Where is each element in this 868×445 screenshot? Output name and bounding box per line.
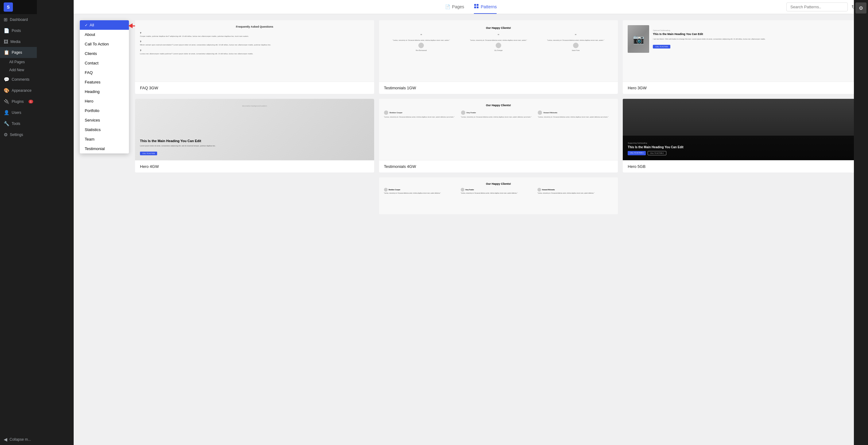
- pages-tab-icon: 📄: [445, 4, 450, 9]
- wp-logo: S: [4, 2, 13, 12]
- sidebar-subitem-all-pages[interactable]: All Pages: [0, 58, 37, 66]
- test4-title: Our Happy Clients!: [384, 104, 613, 107]
- patterns-tab-label: Patterns: [480, 4, 497, 9]
- settings-gear-button[interactable]: ⚙: [856, 2, 866, 13]
- patterns-tab-icon: [474, 4, 479, 9]
- check-icon: ✓: [85, 23, 88, 27]
- media-icon: 🖼: [4, 39, 8, 44]
- sidebar-item-appearance[interactable]: 🎨 Appearance: [0, 85, 37, 96]
- sidebar-item-label: Plugins: [12, 99, 24, 104]
- users-icon: 👤: [4, 110, 9, 116]
- comments-icon: 💬: [4, 77, 9, 82]
- avatar: [538, 110, 542, 115]
- patterns-grid: Frequently Asked Questions ? Corper matt…: [135, 20, 862, 439]
- test1-card: " "Lectus, nonummy et. Occascat delectus…: [538, 33, 613, 51]
- sidebar-item-comments[interactable]: 💬 Comments: [0, 74, 37, 85]
- hero3-cta-btn[interactable]: CALL TO ACTION: [653, 45, 670, 49]
- card-faq-3gw[interactable]: Frequently Asked Questions ? Corper matt…: [135, 20, 374, 94]
- sidebar-item-dashboard[interactable]: ⊞ Dashboard: [0, 14, 37, 25]
- hero5-cta2-btn[interactable]: CALL TO ACTION 2: [648, 151, 666, 155]
- collapse-icon: ◀: [4, 437, 7, 442]
- card-hero-4gw[interactable]: decorative background pattern This Is th…: [135, 99, 374, 172]
- card-hero-5gb[interactable]: Supporting Subheading This Is the Main H…: [623, 99, 862, 172]
- category-dropdown-container: ✓ All About Call To Action Clients Conta…: [80, 20, 129, 439]
- dropdown-item-hero[interactable]: Hero: [80, 96, 129, 106]
- hero5-cta1-btn[interactable]: CALL TO ACTION 1: [628, 151, 646, 155]
- dropdown-item-faq[interactable]: FAQ: [80, 68, 129, 77]
- dropdown-item-services[interactable]: Services: [80, 116, 129, 125]
- test1-card: " "Lectus, nonummy et. Occascat delectus…: [384, 33, 459, 51]
- modal-header: 📄 Pages Patterns ↻ ✕: [74, 0, 868, 14]
- dropdown-item-clients[interactable]: Clients: [80, 49, 129, 58]
- dropdown-item-statistics[interactable]: Statistics: [80, 125, 129, 134]
- sidebar-item-users[interactable]: 👤 Users: [0, 107, 37, 118]
- plugins-badge: 1: [29, 100, 33, 103]
- hero3-preview: 📷 Optional Subheading This Is the Main H…: [623, 20, 862, 82]
- test5-title: Our Happy Clients!: [384, 182, 613, 185]
- dropdown-item-heading[interactable]: Heading: [80, 87, 129, 96]
- dropdown-item-about[interactable]: About: [80, 30, 129, 39]
- dropdown-item-all[interactable]: ✓ All: [80, 20, 129, 30]
- patterns-modal: 📄 Pages Patterns ↻ ✕: [74, 0, 868, 445]
- card-testimonials-4gw[interactable]: Our Happy Clients! Sheldon Cooper "Lectu…: [379, 99, 618, 172]
- dropdown-item-testimonial[interactable]: Testimonial: [80, 144, 129, 154]
- appearance-icon: 🎨: [4, 88, 9, 93]
- card-hero-3gw[interactable]: 📷 Optional Subheading This Is the Main H…: [623, 20, 862, 94]
- card-label: Hero 5GB: [623, 160, 862, 172]
- hero5-heading: This Is the Main Heading You Can Edit: [628, 145, 857, 149]
- card-label: Testimonials 4GW: [379, 160, 618, 172]
- sidebar-item-pages[interactable]: 📋 Pages: [0, 47, 37, 58]
- sidebar-subitem-add-new[interactable]: Add New: [0, 66, 37, 74]
- test1-grid: " "Lectus, nonummy et. Occascat delectus…: [384, 33, 613, 51]
- hero3-body: I am text block. Click edit button to ch…: [653, 38, 857, 40]
- hero3-image: 📷: [628, 25, 649, 53]
- dropdown-item-portfolio[interactable]: Portfolio: [80, 106, 129, 116]
- tab-patterns[interactable]: Patterns: [474, 0, 497, 14]
- wp-logo-bar: S: [0, 0, 37, 14]
- test5-card: Sheldon Cooper "Lectus, nonummy et. Occa…: [384, 188, 460, 194]
- sidebar-item-label: Media: [10, 40, 21, 44]
- sidebar-item-tools[interactable]: 🔧 Tools: [0, 118, 37, 129]
- card-label: FAQ 3GW: [135, 82, 374, 94]
- sidebar-item-label: Comments: [12, 77, 29, 82]
- sidebar-item-label: Dashboard: [10, 18, 28, 22]
- card-testimonials-5[interactable]: Our Happy Clients! Sheldon Cooper "Lectu…: [379, 178, 618, 214]
- avatar: [384, 188, 388, 191]
- sidebar-item-posts[interactable]: 📄 Posts: [0, 25, 37, 36]
- hero5-preview: Supporting Subheading This Is the Main H…: [623, 99, 862, 160]
- sidebar-item-label: Pages: [12, 50, 22, 55]
- faq-item: ? Minim veniam quis nostrud exercitation…: [140, 40, 369, 46]
- svg-rect-0: [474, 4, 476, 6]
- pages-icon: 📋: [4, 50, 9, 55]
- modal-body: ✓ All About Call To Action Clients Conta…: [74, 14, 868, 445]
- testimonials4-preview: Our Happy Clients! Sheldon Cooper "Lectu…: [379, 99, 618, 160]
- dropdown-item-features[interactable]: Features: [80, 77, 129, 87]
- dropdown-item-team[interactable]: Team: [80, 134, 129, 144]
- sidebar-item-settings[interactable]: ⚙ Settings: [0, 129, 37, 140]
- test4-card: Howard Wolowitz "Lectus, nonummy et. Occ…: [538, 110, 613, 118]
- sidebar-item-label: Users: [12, 110, 21, 115]
- hero4-cta-btn[interactable]: CALL TO ACTION: [140, 152, 157, 155]
- dropdown-item-call-to-action[interactable]: Call To Action: [80, 39, 129, 49]
- dropdown-item-contact[interactable]: Contact: [80, 58, 129, 68]
- avatar: [384, 110, 388, 115]
- tab-pages[interactable]: 📄 Pages: [445, 0, 464, 14]
- card-label: Testimonials 1GW: [379, 82, 618, 94]
- sidebar-item-plugins[interactable]: 🔌 Plugins 1: [0, 96, 37, 107]
- sidebar-item-collapse[interactable]: ◀ Collapse m...: [0, 434, 37, 445]
- sidebar-item-label: Settings: [10, 133, 23, 137]
- plugins-icon: 🔌: [4, 99, 9, 104]
- search-patterns-input[interactable]: [786, 2, 848, 11]
- card-testimonials-1gw[interactable]: Our Happy Clients! " "Lectus, nonummy et…: [379, 20, 618, 94]
- test5-grid: Sheldon Cooper "Lectus, nonummy et. Occa…: [384, 188, 613, 194]
- settings-panel: ⚙: [854, 0, 868, 445]
- svg-rect-2: [474, 6, 476, 8]
- avatar: [496, 43, 501, 48]
- posts-icon: 📄: [4, 28, 9, 33]
- sidebar-item-media[interactable]: 🖼 Media: [0, 36, 37, 47]
- test4-card: Amy Fowler "Lectus, nonummy et. Occascat…: [461, 110, 536, 118]
- hero4-body: Lorem ipsum dolor sit amet, consectetur …: [140, 145, 369, 147]
- category-dropdown: ✓ All About Call To Action Clients Conta…: [80, 20, 129, 154]
- hero5-subheading: Supporting Subheading: [628, 142, 857, 144]
- sidebar-item-label: Collapse m...: [9, 437, 31, 442]
